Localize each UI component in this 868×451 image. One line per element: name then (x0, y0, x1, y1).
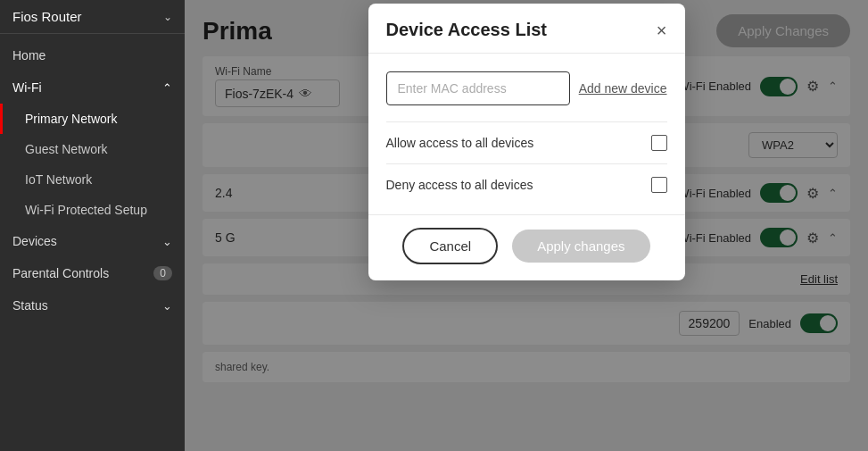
apply-changes-modal-button[interactable]: Apply changes (512, 230, 649, 263)
sidebar: Fios Router ⌄ Home Wi-Fi ⌃ Primary Netwo… (0, 0, 185, 451)
sidebar-item-guest-network[interactable]: Guest Network (0, 134, 185, 164)
sidebar-item-primary-network[interactable]: Primary Network (0, 104, 185, 134)
sidebar-item-home[interactable]: Home (0, 39, 185, 71)
parental-controls-badge: 0 (153, 266, 172, 280)
sidebar-item-iot-network[interactable]: IoT Network (0, 164, 185, 195)
sidebar-item-parental-controls[interactable]: Parental Controls 0 (0, 257, 185, 289)
sidebar-item-wifi[interactable]: Wi-Fi ⌃ (0, 71, 185, 104)
devices-chevron-icon: ⌄ (162, 235, 172, 248)
device-access-modal: Device Access List × Add new device Allo… (368, 4, 685, 280)
router-chevron-icon: ⌄ (163, 11, 172, 23)
router-name: Fios Router (12, 9, 82, 24)
sidebar-item-wifi-label: Wi-Fi (12, 80, 42, 95)
allow-access-checkbox[interactable] (651, 135, 667, 151)
deny-access-row: Deny access to all devices (386, 163, 667, 205)
sidebar-item-home-label: Home (12, 48, 45, 63)
status-chevron-icon: ⌄ (162, 299, 172, 313)
mac-input-row: Add new device (386, 71, 667, 105)
allow-access-row: Allow access to all devices (386, 121, 667, 163)
sidebar-item-parental-label: Parental Controls (12, 266, 109, 280)
modal-title: Device Access List (386, 20, 547, 40)
sidebar-item-devices[interactable]: Devices ⌄ (0, 225, 185, 257)
sidebar-item-status[interactable]: Status ⌄ (0, 289, 185, 322)
allow-access-label: Allow access to all devices (386, 136, 534, 150)
sidebar-item-guest-label: Guest Network (25, 142, 108, 156)
wifi-chevron-icon: ⌃ (162, 81, 172, 95)
router-selector[interactable]: Fios Router ⌄ (0, 0, 185, 34)
sidebar-item-status-label: Status (12, 298, 48, 313)
cancel-button[interactable]: Cancel (402, 228, 498, 264)
mac-address-input[interactable] (386, 71, 570, 105)
deny-access-checkbox[interactable] (651, 177, 667, 193)
sidebar-item-wps-label: Wi-Fi Protected Setup (25, 203, 147, 217)
sidebar-item-devices-label: Devices (12, 234, 57, 248)
sidebar-item-wifi-protected-setup[interactable]: Wi-Fi Protected Setup (0, 195, 185, 225)
add-new-device-link[interactable]: Add new device (579, 81, 667, 96)
modal-footer: Cancel Apply changes (368, 214, 685, 280)
main-content: Prima Apply Changes Wi-Fi Name Fios-7zEK… (185, 0, 868, 451)
sidebar-nav: Home Wi-Fi ⌃ Primary Network Guest Netwo… (0, 34, 185, 451)
modal-body: Add new device Allow access to all devic… (368, 54, 685, 214)
modal-close-button[interactable]: × (657, 21, 667, 39)
sidebar-item-primary-label: Primary Network (25, 112, 117, 126)
modal-overlay: Device Access List × Add new device Allo… (185, 0, 868, 451)
deny-access-label: Deny access to all devices (386, 178, 533, 192)
sidebar-item-iot-label: IoT Network (25, 172, 92, 187)
modal-header: Device Access List × (368, 4, 685, 54)
